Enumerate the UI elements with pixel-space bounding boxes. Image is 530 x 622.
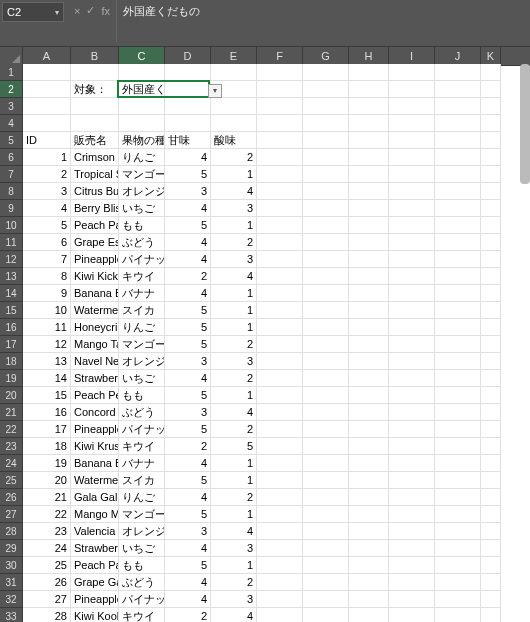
- cell[interactable]: [303, 81, 349, 98]
- cell[interactable]: [349, 115, 389, 132]
- column-header-D[interactable]: D: [165, 47, 211, 65]
- cell[interactable]: [481, 336, 501, 353]
- cell[interactable]: 3: [165, 523, 211, 540]
- cell[interactable]: [389, 268, 435, 285]
- row-header[interactable]: 16: [0, 319, 23, 336]
- column-header-H[interactable]: H: [349, 47, 389, 65]
- cell[interactable]: [435, 217, 481, 234]
- cell[interactable]: [303, 319, 349, 336]
- cell[interactable]: 26: [23, 574, 71, 591]
- cell[interactable]: [349, 149, 389, 166]
- cell[interactable]: [481, 421, 501, 438]
- fx-icon[interactable]: fx: [101, 5, 110, 17]
- cell[interactable]: Peach Per: [71, 387, 119, 404]
- cell[interactable]: 5: [165, 557, 211, 574]
- row-header[interactable]: 1: [0, 64, 23, 81]
- cell[interactable]: キウイ: [119, 438, 165, 455]
- cell[interactable]: [349, 251, 389, 268]
- row-header[interactable]: 21: [0, 404, 23, 421]
- row-header[interactable]: 29: [0, 540, 23, 557]
- cell[interactable]: 8: [23, 268, 71, 285]
- cell[interactable]: [257, 268, 303, 285]
- row-header[interactable]: 14: [0, 285, 23, 302]
- cell[interactable]: [303, 200, 349, 217]
- cell[interactable]: 3: [211, 251, 257, 268]
- cell[interactable]: [389, 353, 435, 370]
- cell[interactable]: 2: [211, 574, 257, 591]
- cell[interactable]: [389, 251, 435, 268]
- cell[interactable]: [389, 166, 435, 183]
- cell[interactable]: 4: [165, 489, 211, 506]
- cell[interactable]: 2: [211, 234, 257, 251]
- row-header[interactable]: 30: [0, 557, 23, 574]
- column-header-K[interactable]: K: [481, 47, 501, 65]
- cell[interactable]: いちご: [119, 200, 165, 217]
- cell[interactable]: [303, 455, 349, 472]
- cell[interactable]: 28: [23, 608, 71, 622]
- cell[interactable]: 11: [23, 319, 71, 336]
- cell[interactable]: 2: [165, 608, 211, 622]
- cell[interactable]: [349, 370, 389, 387]
- row-header[interactable]: 10: [0, 217, 23, 234]
- cell[interactable]: Navel Nec: [71, 353, 119, 370]
- cell[interactable]: [481, 455, 501, 472]
- row-header[interactable]: 28: [0, 523, 23, 540]
- cell[interactable]: [481, 234, 501, 251]
- row-header[interactable]: 18: [0, 353, 23, 370]
- cell[interactable]: 1: [23, 149, 71, 166]
- cell[interactable]: [435, 302, 481, 319]
- cell[interactable]: 3: [165, 404, 211, 421]
- cell[interactable]: [71, 115, 119, 132]
- cell[interactable]: [303, 183, 349, 200]
- chevron-down-icon[interactable]: ▾: [55, 8, 59, 17]
- cell[interactable]: パイナッ: [119, 591, 165, 608]
- cell[interactable]: [389, 319, 435, 336]
- cell[interactable]: 1: [211, 557, 257, 574]
- cell[interactable]: オレンジ: [119, 523, 165, 540]
- cell[interactable]: 甘味: [165, 132, 211, 149]
- cell[interactable]: 24: [23, 540, 71, 557]
- cell[interactable]: 19: [23, 455, 71, 472]
- cell[interactable]: 4: [165, 370, 211, 387]
- cell[interactable]: [257, 336, 303, 353]
- cell[interactable]: [481, 387, 501, 404]
- cell[interactable]: 4: [211, 268, 257, 285]
- cell[interactable]: 27: [23, 591, 71, 608]
- cell[interactable]: [165, 98, 211, 115]
- cell[interactable]: [389, 472, 435, 489]
- cell[interactable]: 4: [23, 200, 71, 217]
- select-all-corner[interactable]: [0, 47, 23, 65]
- row-header[interactable]: 32: [0, 591, 23, 608]
- row-header[interactable]: 25: [0, 472, 23, 489]
- cell[interactable]: [435, 353, 481, 370]
- cell[interactable]: [303, 149, 349, 166]
- cell[interactable]: 5: [23, 217, 71, 234]
- cell[interactable]: [349, 98, 389, 115]
- cell[interactable]: スイカ: [119, 472, 165, 489]
- cell[interactable]: [481, 506, 501, 523]
- cell[interactable]: [303, 251, 349, 268]
- cell[interactable]: Kiwi Kick: [71, 268, 119, 285]
- cell[interactable]: [481, 472, 501, 489]
- cell[interactable]: [389, 183, 435, 200]
- cell[interactable]: [257, 574, 303, 591]
- cell[interactable]: 25: [23, 557, 71, 574]
- cell[interactable]: [481, 540, 501, 557]
- cell[interactable]: [349, 234, 389, 251]
- cell[interactable]: 20: [23, 472, 71, 489]
- cell[interactable]: [349, 285, 389, 302]
- cell[interactable]: 5: [165, 166, 211, 183]
- cell[interactable]: 4: [165, 149, 211, 166]
- cell[interactable]: Strawberr: [71, 540, 119, 557]
- row-header[interactable]: 33: [0, 608, 23, 622]
- confirm-icon[interactable]: ✓: [86, 4, 95, 17]
- cell[interactable]: 2: [211, 149, 257, 166]
- cell[interactable]: [303, 489, 349, 506]
- cell[interactable]: Kiwi Krus: [71, 438, 119, 455]
- cell[interactable]: [349, 455, 389, 472]
- cell[interactable]: [389, 149, 435, 166]
- column-header-C[interactable]: C: [119, 47, 165, 65]
- cell[interactable]: [257, 149, 303, 166]
- cell[interactable]: [435, 540, 481, 557]
- cell[interactable]: [303, 557, 349, 574]
